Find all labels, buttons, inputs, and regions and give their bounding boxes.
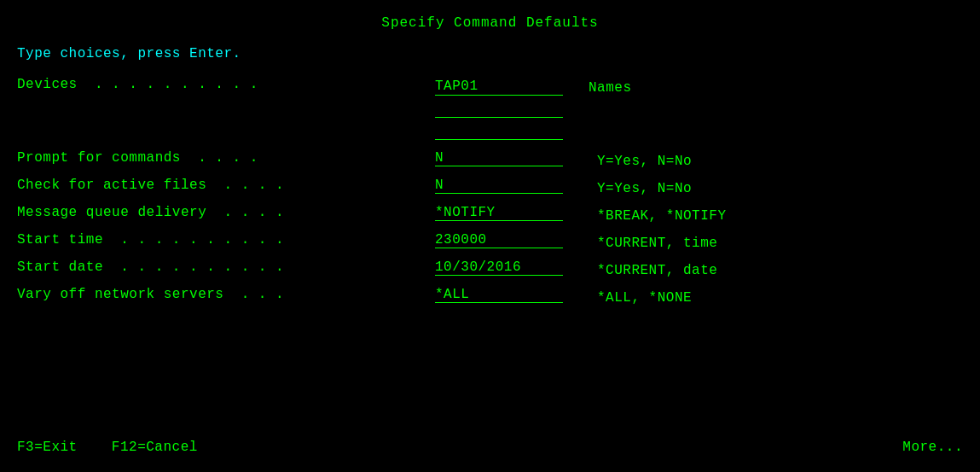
start-date-label: Start date . . . . . . . . . . — [17, 259, 435, 275]
start-date-row: Start date . . . . . . . . . . *CURRENT,… — [17, 259, 963, 283]
check-active-hint: Y=Yes, N=No — [597, 178, 692, 196]
devices-input-3[interactable] — [435, 121, 563, 140]
start-time-row: Start time . . . . . . . . . . *CURRENT,… — [17, 232, 963, 256]
f3-key[interactable]: F3=Exit — [17, 440, 86, 455]
vary-off-input-group — [435, 287, 571, 303]
devices-label: Devices . . . . . . . . . . — [17, 77, 435, 92]
message-queue-row: Message queue delivery . . . . *BREAK, *… — [17, 205, 963, 229]
start-time-hint: *CURRENT, time — [597, 232, 717, 251]
devices-input-2[interactable] — [435, 99, 563, 118]
check-active-input-group — [435, 178, 571, 194]
message-queue-label: Message queue delivery . . . . — [17, 205, 435, 220]
screen-title: Specify Command Defaults — [17, 15, 963, 31]
more-indicator: More... — [902, 440, 963, 455]
vary-off-row: Vary off network servers . . . *ALL, *NO… — [17, 287, 963, 311]
devices-input-1[interactable] — [435, 77, 563, 96]
start-time-input[interactable] — [435, 232, 563, 248]
vary-off-hint: *ALL, *NONE — [597, 287, 692, 306]
devices-inputs-group — [435, 77, 563, 140]
check-active-label: Check for active files . . . . — [17, 178, 435, 193]
message-queue-input[interactable] — [435, 205, 563, 221]
prompt-commands-row: Prompt for commands . . . . Y=Yes, N=No — [17, 150, 963, 174]
message-queue-hint: *BREAK, *NOTIFY — [597, 205, 727, 224]
vary-off-input[interactable] — [435, 287, 563, 303]
f12-key[interactable]: F12=Cancel — [112, 440, 198, 455]
instruction-text: Type choices, press Enter. — [17, 46, 963, 61]
start-time-label: Start time . . . . . . . . . . — [17, 232, 435, 248]
prompt-commands-input[interactable] — [435, 150, 563, 166]
prompt-commands-label: Prompt for commands . . . . — [17, 150, 435, 166]
devices-row: Devices . . . . . . . . . . Names — [17, 77, 963, 140]
vary-off-label: Vary off network servers . . . — [17, 287, 435, 302]
function-keys: F3=Exit F12=Cancel — [17, 440, 198, 455]
start-date-input[interactable] — [435, 259, 563, 276]
title-text: Specify Command Defaults — [381, 15, 598, 31]
start-date-input-group — [435, 259, 571, 276]
check-active-row: Check for active files . . . . Y=Yes, N=… — [17, 178, 963, 201]
devices-hint: Names — [589, 77, 632, 96]
terminal-screen: Specify Command Defaults Type choices, p… — [0, 0, 980, 472]
message-queue-input-group — [435, 205, 571, 221]
start-date-hint: *CURRENT, date — [597, 259, 717, 278]
check-active-input[interactable] — [435, 178, 563, 194]
prompt-commands-hint: Y=Yes, N=No — [597, 150, 692, 169]
start-time-input-group — [435, 232, 571, 248]
prompt-commands-input-group — [435, 150, 571, 166]
bottom-bar: F3=Exit F12=Cancel More... — [17, 440, 963, 455]
